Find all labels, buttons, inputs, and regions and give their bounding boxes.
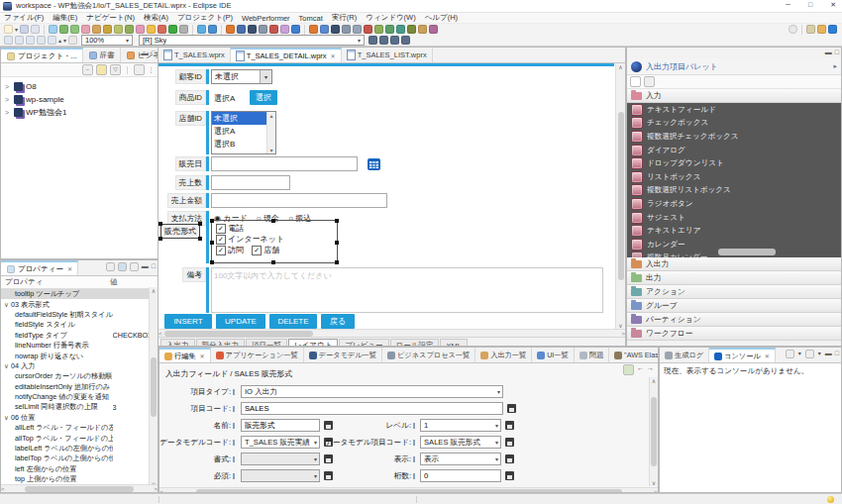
palette-scroll-thumb[interactable] xyxy=(718,249,776,255)
tab-item-list[interactable]: 項目一覧 xyxy=(246,339,287,347)
menu-run[interactable]: 実行(R) xyxy=(332,13,357,23)
wp-build-icon[interactable] xyxy=(147,25,156,34)
palette-item-checkbox[interactable]: チェックボックス xyxy=(627,117,841,131)
palette-item-dialog[interactable]: ダイアログ xyxy=(627,144,841,157)
checkbox-phone[interactable]: ✓電話 xyxy=(216,223,244,234)
store-id-label[interactable]: 店舗ID xyxy=(160,111,206,126)
java-perspective-icon[interactable] xyxy=(817,25,826,34)
property-row[interactable]: editableInsertOnly 追加行のみ xyxy=(1,382,158,392)
group-expanded-icon[interactable]: ∨ xyxy=(4,414,11,422)
grid-view-3-icon[interactable] xyxy=(390,36,399,45)
expander-icon[interactable]: > xyxy=(5,109,11,116)
grid-view-4-icon[interactable] xyxy=(401,36,410,45)
wp-role-icon[interactable] xyxy=(125,25,134,34)
listbox-scrollbar[interactable]: ▴ ▾ xyxy=(266,112,275,153)
sales-type-checkbox-group[interactable]: ✓電話 ✓インターネット ✓訪問 ✓店舗 xyxy=(211,220,338,263)
new-wizard-icon[interactable] xyxy=(4,25,13,34)
palette-item-text-field[interactable]: テキストフィールド xyxy=(627,103,841,117)
tab-datamodel-list[interactable]: データモデル一覧 xyxy=(304,348,382,362)
property-row[interactable]: labelTop ラベルの上側からの位置 xyxy=(1,454,158,463)
scroll-right-icon[interactable]: > xyxy=(621,331,625,337)
store-id-listbox[interactable]: 未選択 選択A 選択B ▴ ▾ xyxy=(211,111,276,154)
property-row[interactable]: left 左側からの位置 xyxy=(1,464,158,474)
update-button[interactable]: UPDATE xyxy=(216,314,265,329)
properties-close-icon[interactable]: ✕ xyxy=(67,265,72,272)
palette-pin-icon[interactable]: ▸ xyxy=(833,62,837,70)
palette-group-workflow[interactable]: ワークフロー xyxy=(627,327,841,341)
save-field-icon[interactable] xyxy=(507,404,516,413)
partition-top-bar[interactable] xyxy=(158,63,614,66)
palette-group-io[interactable]: 入出力 xyxy=(627,257,841,271)
palette-group-action[interactable]: アクション xyxy=(627,285,841,299)
grid-view-2-icon[interactable] xyxy=(379,36,388,45)
tab-generation-log[interactable]: 生成ログ xyxy=(660,348,709,362)
product-id-label[interactable]: 商品ID xyxy=(160,90,206,105)
prev-record-icon[interactable]: ← xyxy=(637,364,644,375)
palette-group-partition[interactable]: パーティション xyxy=(627,313,841,327)
menu-file[interactable]: ファイル(F) xyxy=(4,13,44,23)
wp-bp-icon[interactable] xyxy=(114,25,123,34)
canvas-vscrollbar[interactable]: ∧ ∨ xyxy=(615,63,625,329)
align-bottom-icon[interactable] xyxy=(48,36,56,45)
layout-canvas[interactable]: 顧客ID 未選択 ▾ 商品ID 選択A 選択 店舗ID 未選択 選択A 選択B … xyxy=(158,63,625,329)
tree-item-o8[interactable]: > O8 xyxy=(3,80,158,93)
display-console-icon[interactable] xyxy=(805,350,814,358)
console-close-icon[interactable]: ✕ xyxy=(765,353,770,359)
tab-project-explorer[interactable]: プロジェクト・... xyxy=(1,48,83,62)
tab-ui-list[interactable]: UI一覧 xyxy=(532,348,575,362)
server-stop-icon[interactable] xyxy=(364,25,372,34)
sale-date-input[interactable] xyxy=(211,156,358,171)
sales-type-label[interactable]: 販売形式 xyxy=(160,224,200,239)
move-up-icon[interactable]: ▴ xyxy=(58,37,61,44)
column-property[interactable]: プロパティ xyxy=(1,277,110,287)
tomcat-start-icon[interactable] xyxy=(237,25,246,34)
insert-button[interactable]: INSERT xyxy=(164,314,212,329)
scroll-down-icon[interactable]: ∨ xyxy=(618,322,622,329)
display-console-dropdown-icon[interactable]: ▾ xyxy=(818,350,821,358)
publish-icon[interactable] xyxy=(208,25,217,34)
grid-toggle-icon[interactable] xyxy=(68,36,77,45)
digits-input[interactable] xyxy=(420,469,501,482)
save-field-icon[interactable] xyxy=(505,454,514,463)
sync-icon[interactable] xyxy=(197,25,206,34)
bookmark-icon[interactable] xyxy=(429,25,438,34)
console-maximize-icon[interactable]: □ xyxy=(835,350,839,358)
server-start-icon[interactable] xyxy=(320,25,329,34)
open-console-icon[interactable] xyxy=(786,350,794,358)
customer-id-dropdown[interactable]: 未選択 ▾ xyxy=(211,69,272,84)
scroll-up-icon[interactable]: ▴ xyxy=(269,112,272,119)
style-combo[interactable]: [R] Sky ▾ xyxy=(139,35,365,46)
property-row[interactable]: notifyChange 値の変更を通知 xyxy=(1,392,158,402)
palette-group-output[interactable]: 出力 xyxy=(627,271,841,285)
add-row-icon[interactable] xyxy=(623,364,634,375)
sales-qty-label[interactable]: 売上数 xyxy=(160,175,206,190)
scroll-left-icon[interactable]: < xyxy=(158,331,162,337)
tab-preview[interactable]: プレビュー xyxy=(339,339,388,347)
palette-group-group[interactable]: グループ xyxy=(627,299,841,313)
task-icon[interactable] xyxy=(418,25,427,34)
tomcat-88-icon[interactable] xyxy=(259,25,267,34)
tab-problems[interactable]: 問題 xyxy=(575,348,609,362)
product-select-button[interactable]: 選択 xyxy=(250,90,277,105)
tab-dictionary[interactable]: 辞書 xyxy=(83,48,121,62)
property-group-row[interactable]: ∨04 入力 xyxy=(1,361,158,371)
stop-icon[interactable] xyxy=(179,25,188,34)
property-row[interactable]: selLimit 同時選択数の上限3 xyxy=(1,402,158,412)
menu-search[interactable]: 検索(A) xyxy=(144,13,168,23)
tab-aws-elastic-beanstalk[interactable]: "AWS Elastic Beanstalk"... xyxy=(609,348,659,362)
datamodel-item-code-dropdown[interactable]: SALES 販売形式▾ xyxy=(420,436,501,449)
wp-io-icon[interactable] xyxy=(92,25,101,34)
group-expanded-icon[interactable]: ∨ xyxy=(4,301,11,309)
move-down-icon[interactable]: ▾ xyxy=(63,37,66,44)
properties-vscrollbar[interactable]: ∧ ∨ xyxy=(149,287,158,487)
checkbox-internet[interactable]: ✓インターネット xyxy=(216,234,284,245)
io-panel-vscrollbar[interactable]: ∧ ∨ xyxy=(649,377,658,486)
calendar-icon[interactable] xyxy=(367,156,381,171)
wp-generate-icon[interactable] xyxy=(59,25,68,34)
checkbox-store[interactable]: ✓店舗 xyxy=(252,245,279,255)
console-minimize-icon[interactable]: ▬ xyxy=(825,350,832,358)
sales-amount-input[interactable] xyxy=(211,193,387,208)
marquee-tool-icon[interactable] xyxy=(644,76,655,87)
editor-tab-t-sales-list[interactable]: T_SALES_LIST.wprx xyxy=(342,48,433,62)
tab-layout[interactable]: レイアウト xyxy=(288,339,338,347)
